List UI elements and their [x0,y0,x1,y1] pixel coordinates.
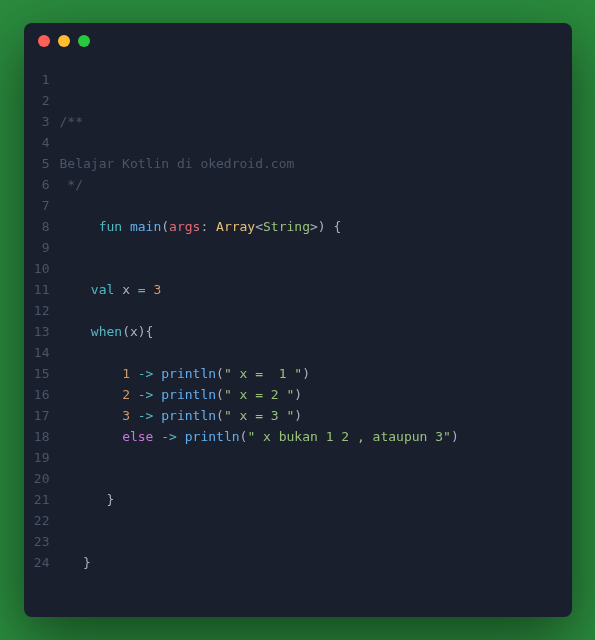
code-content [60,90,572,111]
code-content [60,531,572,552]
line-number: 14 [24,342,60,363]
code-line: 19 [24,447,572,468]
line-number: 13 [24,321,60,342]
code-content [60,510,572,531]
close-icon[interactable] [38,35,50,47]
line-number: 21 [24,489,60,510]
code-content: 2 -> println(" x = 2 ") [60,384,572,405]
maximize-icon[interactable] [78,35,90,47]
code-line: 16 2 -> println(" x = 2 ") [24,384,572,405]
code-window: 123/**45Belajar Kotlin di okedroid.com6 … [24,23,572,617]
line-number: 8 [24,216,60,237]
code-line: 20 [24,468,572,489]
code-content: 1 -> println(" x = 1 ") [60,363,572,384]
code-content: */ [60,174,572,195]
code-line: 14 [24,342,572,363]
code-line: 15 1 -> println(" x = 1 ") [24,363,572,384]
line-number: 18 [24,426,60,447]
line-number: 16 [24,384,60,405]
code-editor: 123/**45Belajar Kotlin di okedroid.com6 … [24,59,572,583]
line-number: 6 [24,174,60,195]
code-line: 12 [24,300,572,321]
line-number: 20 [24,468,60,489]
code-line: 7 [24,195,572,216]
code-line: 4 [24,132,572,153]
code-line: 9 [24,237,572,258]
code-content [60,69,572,90]
code-content [60,237,572,258]
code-content [60,300,572,321]
line-number: 12 [24,300,60,321]
line-number: 23 [24,531,60,552]
line-number: 10 [24,258,60,279]
code-line: 3/** [24,111,572,132]
line-number: 7 [24,195,60,216]
line-number: 17 [24,405,60,426]
code-content: } [60,489,572,510]
code-content: Belajar Kotlin di okedroid.com [60,153,572,174]
code-line: 10 [24,258,572,279]
code-content [60,132,572,153]
code-content [60,258,572,279]
code-line: 13 when(x){ [24,321,572,342]
code-content [60,342,572,363]
code-content: when(x){ [60,321,572,342]
code-content [60,447,572,468]
line-number: 11 [24,279,60,300]
code-content: /** [60,111,572,132]
code-line: 21 } [24,489,572,510]
code-content [60,195,572,216]
line-number: 9 [24,237,60,258]
line-number: 15 [24,363,60,384]
code-line: 6 */ [24,174,572,195]
code-content: fun main(args: Array<String>) { [60,216,572,237]
line-number: 4 [24,132,60,153]
code-content: } [60,552,572,573]
window-titlebar [24,23,572,59]
code-line: 22 [24,510,572,531]
line-number: 1 [24,69,60,90]
code-content: val x = 3 [60,279,572,300]
line-number: 19 [24,447,60,468]
code-line: 17 3 -> println(" x = 3 ") [24,405,572,426]
code-line: 24 } [24,552,572,573]
line-number: 5 [24,153,60,174]
code-line: 5Belajar Kotlin di okedroid.com [24,153,572,174]
code-line: 23 [24,531,572,552]
code-content: else -> println(" x bukan 1 2 , ataupun … [60,426,572,447]
code-line: 18 else -> println(" x bukan 1 2 , ataup… [24,426,572,447]
line-number: 24 [24,552,60,573]
code-line: 8 fun main(args: Array<String>) { [24,216,572,237]
code-content: 3 -> println(" x = 3 ") [60,405,572,426]
code-content [60,468,572,489]
code-line: 11 val x = 3 [24,279,572,300]
minimize-icon[interactable] [58,35,70,47]
line-number: 22 [24,510,60,531]
code-line: 1 [24,69,572,90]
code-line: 2 [24,90,572,111]
line-number: 2 [24,90,60,111]
line-number: 3 [24,111,60,132]
